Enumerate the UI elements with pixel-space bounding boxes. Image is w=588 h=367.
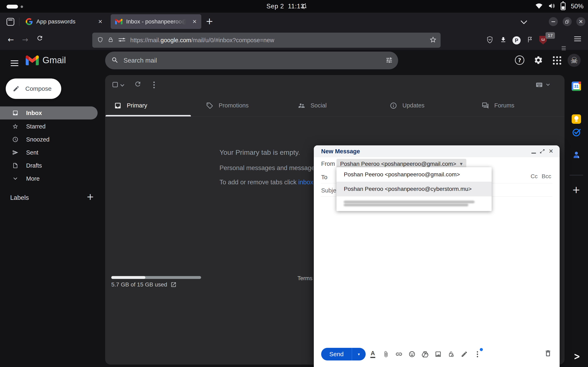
sidebar-item-inbox[interactable]: Inbox	[0, 106, 98, 119]
minimize-icon[interactable]	[531, 153, 536, 154]
gmail-search-bar[interactable]: Search mail	[105, 52, 398, 69]
contacts-icon[interactable]	[572, 150, 581, 160]
forward-button[interactable]: →	[22, 35, 28, 44]
select-all-checkbox[interactable]	[112, 82, 118, 87]
sidebar-item-sent[interactable]: Sent	[0, 146, 98, 159]
window-close-button[interactable]: ✕	[576, 17, 585, 26]
reload-button[interactable]	[36, 35, 43, 43]
minimize-icon	[552, 21, 555, 22]
confidential-mode-icon[interactable]	[447, 349, 456, 360]
google-apps-grid-icon[interactable]	[553, 56, 562, 65]
window-restore-button[interactable]	[563, 17, 572, 26]
firefox-view-icon[interactable]	[7, 18, 14, 26]
wifi-icon[interactable]	[535, 3, 543, 10]
from-option-cyberstorm[interactable]: Poshan Peeroo <poshanpeeroo@cyberstorm.m…	[337, 182, 492, 196]
gmail-menu-hamburger[interactable]	[11, 59, 18, 68]
signature-pen-icon[interactable]	[459, 349, 469, 360]
browser-tab-inbox-active[interactable]: Inbox - poshanpeeroo@g ✕	[111, 14, 201, 29]
cc-button[interactable]: Cc	[531, 173, 537, 180]
sidebar-item-starred[interactable]: Starred	[0, 120, 98, 133]
system-clock[interactable]: Sep 2 11:13	[267, 3, 304, 10]
category-tabs: Primary Promotions Social Updates Forums	[105, 95, 564, 117]
tab-close-icon[interactable]: ✕	[98, 18, 103, 25]
lock-icon[interactable]	[108, 36, 113, 44]
insert-emoji-icon[interactable]	[407, 349, 417, 360]
tab-separator	[19, 17, 19, 26]
profile-avatar-button[interactable]: P	[512, 36, 521, 44]
workspace-dot[interactable]	[21, 6, 23, 8]
calendar-day: 31	[574, 84, 579, 89]
downloads-icon[interactable]	[500, 36, 507, 44]
more-options-icon[interactable]	[473, 349, 482, 360]
more-options-icon[interactable]	[153, 80, 155, 90]
select-dropdown-caret[interactable]	[120, 84, 124, 88]
attach-file-icon[interactable]	[381, 349, 390, 360]
search-filters-icon[interactable]	[385, 57, 393, 65]
window-minimize-button[interactable]	[549, 17, 558, 26]
calendar-icon[interactable]: 31	[572, 82, 581, 91]
compose-button[interactable]: Compose	[6, 78, 61, 99]
discard-draft-icon[interactable]	[544, 349, 552, 359]
tasks-icon[interactable]	[572, 127, 581, 137]
empty-state-title: Your Primary tab is empty.	[219, 149, 300, 156]
tab-promotions[interactable]: Promotions	[197, 95, 289, 117]
volume-icon[interactable]	[548, 2, 555, 10]
permissions-icon[interactable]	[118, 37, 126, 44]
external-link-icon[interactable]	[171, 282, 177, 288]
address-bar[interactable]: https://mail.google.com/mail/u/0/#inbox?…	[92, 33, 441, 48]
close-icon[interactable]: ✕	[549, 148, 553, 155]
sidebar-item-snoozed[interactable]: Snoozed	[0, 133, 98, 146]
pocket-icon[interactable]	[486, 36, 493, 44]
bcc-button[interactable]: Bcc	[542, 173, 551, 180]
tab-primary[interactable]: Primary	[105, 95, 197, 117]
tab-social[interactable]: Social	[289, 95, 381, 117]
from-label: From	[321, 160, 335, 167]
extension-icon[interactable]	[526, 36, 533, 44]
menu-hamburger-icon[interactable]	[574, 35, 581, 43]
add-label-button[interactable]: +	[85, 191, 95, 202]
settings-gear-icon[interactable]	[534, 55, 543, 66]
browser-tab-app-passwords[interactable]: App passwords ✕	[21, 14, 107, 29]
notification-dot	[480, 348, 483, 351]
keep-icon[interactable]	[572, 114, 581, 124]
bookmark-star-icon[interactable]	[430, 36, 437, 44]
tab-updates[interactable]: Updates	[381, 95, 473, 117]
notification-bell-icon[interactable]	[301, 3, 307, 11]
active-tab-underline	[105, 115, 191, 117]
new-tab-button[interactable]: +	[205, 17, 214, 26]
formatting-icon[interactable]: A	[368, 349, 378, 360]
terms-link[interactable]: Terms ·	[297, 275, 316, 282]
workspace-pill[interactable]	[7, 5, 18, 8]
dropdown-caret-icon: ▼	[460, 162, 463, 166]
get-addons-button[interactable]: +	[571, 184, 582, 195]
sidebar-item-label: More	[26, 175, 40, 182]
insert-photo-icon[interactable]	[433, 349, 443, 360]
tab-list-chevron-icon[interactable]	[520, 20, 527, 26]
sidebar-item-drafts[interactable]: Drafts	[0, 159, 98, 172]
back-button[interactable]: ←	[8, 35, 14, 44]
popout-icon[interactable]	[540, 149, 545, 155]
drive-icon[interactable]	[420, 349, 430, 360]
side-panel-chevron[interactable]: >	[574, 351, 580, 362]
search-input[interactable]: Search mail	[123, 57, 380, 64]
sidebar-item-more[interactable]: More	[0, 172, 98, 185]
help-icon[interactable]: ?	[515, 55, 524, 65]
battery-icon[interactable]	[561, 2, 566, 10]
tag-icon	[206, 102, 213, 109]
from-option-gmail[interactable]: Poshan Peeroo <poshanpeeroo@gmail.com>	[337, 167, 492, 182]
compose-header[interactable]: New Message ✕	[314, 145, 560, 157]
tab-label: Primary	[127, 102, 147, 109]
send-button[interactable]: Send	[321, 351, 352, 358]
compose-title: New Message	[321, 148, 360, 155]
insert-link-icon[interactable]	[394, 349, 404, 360]
battery-percent-label: 50%	[571, 3, 584, 10]
from-option-redacted[interactable]	[337, 196, 492, 211]
search-icon[interactable]	[111, 57, 119, 65]
input-tools-keyboard-icon[interactable]	[535, 81, 550, 89]
tab-forums[interactable]: Forums	[473, 95, 564, 117]
tracking-shield-icon[interactable]	[97, 36, 103, 44]
refresh-icon[interactable]	[134, 80, 141, 89]
account-avatar[interactable]: ☠	[568, 54, 581, 67]
send-options-caret[interactable]: ▾	[352, 352, 366, 356]
tab-close-icon[interactable]: ✕	[192, 18, 197, 25]
